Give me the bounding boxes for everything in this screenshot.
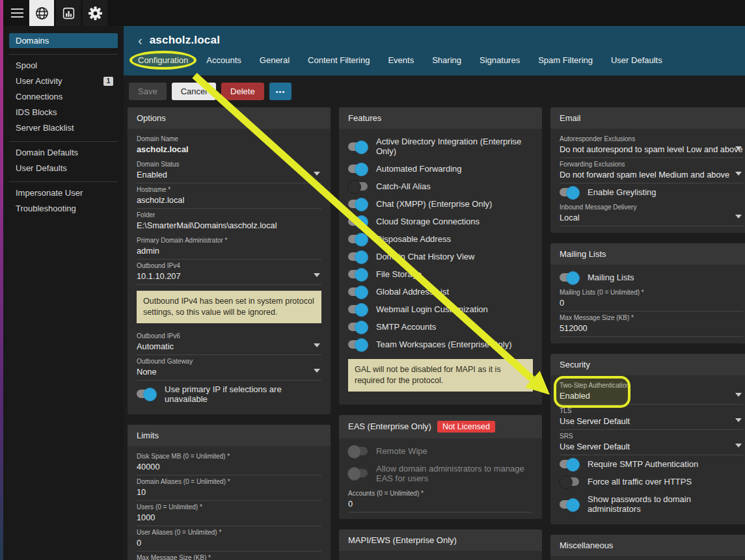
panel-title: EAS (Enterprise Only) [348, 421, 431, 431]
feature-toggle-row: Domain Chat History View [348, 248, 533, 265]
header-tab[interactable]: Signatures [480, 55, 520, 65]
toggle-switch[interactable] [348, 142, 368, 151]
toggle-switch[interactable] [348, 165, 368, 173]
feature-toggle-row: Cloud Storage Connections [348, 213, 533, 230]
menu-icon[interactable] [3, 0, 29, 26]
outbound-ipv6-select[interactable]: Outbound IPv6 Automatic [137, 330, 321, 355]
sidebar-item[interactable]: Domain Defaults [9, 141, 118, 160]
count-badge: 1 [103, 77, 113, 86]
inbound-delivery-select[interactable]: Inbound Message Delivery Local [560, 201, 743, 226]
toggle-switch[interactable] [348, 323, 368, 331]
mapi-ews-panel: MAPI/EWS (Enterprise Only) [339, 529, 542, 560]
bar-chart-icon[interactable] [56, 0, 81, 26]
limits-field[interactable]: Max Message Size (KB) * 102400 [137, 552, 321, 560]
window-edge-stripe [0, 0, 3, 560]
toggle-switch[interactable] [560, 460, 579, 468]
limits-field[interactable]: Disk Space MB (0 = Unlimited) * 40000 [137, 450, 321, 475]
gal-mapi-note: GAL will not be disabled for MAPI as it … [348, 359, 533, 392]
feature-toggle-row: Automated Forwarding [348, 160, 533, 178]
tab-bar: Configuration Accounts General Content F… [138, 55, 745, 65]
sidebar-item[interactable]: Impersonate User [9, 181, 118, 200]
use-primary-ip-toggle-row: Use primary IP if selections are unavail… [137, 380, 321, 408]
sidebar-item[interactable]: Domains [9, 33, 118, 48]
cancel-button[interactable]: Cancel [172, 83, 216, 100]
forwarding-exclusions-select[interactable]: Forwarding Exclusions Do not forward spa… [560, 158, 743, 183]
greylisting-toggle-row: Enable Greylisting [560, 183, 743, 201]
eas-accounts-input[interactable]: Accounts (0 = Unlimited) * 0 [348, 487, 533, 513]
toggle-switch[interactable] [560, 477, 579, 486]
header-tab[interactable]: Content Filtering [308, 55, 370, 65]
panel-title: Features [348, 113, 381, 123]
toggle-switch[interactable] [348, 305, 368, 313]
toggle-switch[interactable] [560, 500, 579, 509]
ipv4-warning-note: Outbound IPv4 has been set in system pro… [137, 291, 321, 323]
sidebar-item[interactable]: User Defaults [9, 161, 118, 176]
header-tab[interactable]: Spam Filtering [538, 55, 593, 65]
sidebar-item[interactable]: Troubleshooting [9, 201, 118, 216]
save-button[interactable]: Save [129, 83, 167, 100]
limits-field[interactable]: User Aliases (0 = Unlimited) * 0 [137, 526, 321, 552]
gear-icon[interactable] [83, 0, 107, 26]
sidebar: Domains Spool User Activity 1 Connection… [3, 26, 124, 560]
toggle-switch[interactable] [137, 390, 156, 398]
header-tab[interactable]: Sharing [432, 55, 461, 65]
header-tab[interactable]: User Defaults [611, 55, 662, 65]
app-topbar [3, 0, 745, 26]
page-title: ascholz.local [150, 34, 220, 47]
toggle-switch[interactable] [348, 447, 368, 455]
tls-select[interactable]: TLS Use Server Default [560, 405, 743, 430]
settings-content: Options Domain Name ascholz.local Domain… [124, 107, 745, 560]
delete-button[interactable]: Delete [221, 83, 264, 100]
bar-chart-icon-glyph [62, 7, 75, 20]
sidebar-item[interactable]: Connections [9, 89, 118, 104]
limits-field[interactable]: Domain Aliases (0 = Unlimited) * 10 [137, 475, 321, 501]
sidebar-item[interactable]: IDS Blocks [9, 105, 118, 120]
toggle-switch[interactable] [348, 340, 368, 349]
mailing-lists-panel: Mailing Lists Mailing Lists Mailing List… [550, 243, 745, 343]
outbound-ipv4-select[interactable]: Outbound IPv4 10.1.10.207 [137, 260, 321, 285]
toggle-switch[interactable] [348, 217, 368, 226]
two-step-auth-select[interactable]: Two-Step Authentication Enabled [560, 379, 743, 405]
toggle-switch[interactable] [348, 270, 368, 278]
feature-toggle-row: Global Address List [348, 283, 533, 300]
main-area: ‹ ascholz.local Configuration Accounts G… [124, 26, 745, 560]
feature-toggle-row: Webmail Login Customization [348, 300, 533, 318]
autoresponder-exclusions-select[interactable]: Autoresponder Exclusions Do not autoresp… [560, 133, 743, 158]
feature-toggle-row: Disposable Address [348, 230, 533, 248]
toggle-switch[interactable] [348, 235, 368, 243]
hostname-input[interactable]: Hostname * ascholz.local [137, 183, 321, 209]
feature-toggle-row: Catch-All Alias [348, 178, 533, 195]
email-panel: Email Autoresponder Exclusions Do not au… [550, 107, 745, 233]
toggle-switch[interactable] [348, 200, 368, 208]
security-toggle-row: Show passwords to domain administrators [560, 490, 743, 518]
header-tab[interactable]: Configuration [138, 55, 188, 65]
domain-status-select[interactable]: Domain Status Enabled [137, 158, 321, 183]
primary-admin-input[interactable]: Primary Domain Administrator * admin [137, 234, 321, 260]
header-tab[interactable]: Events [388, 55, 414, 65]
action-toolbar: Save Cancel Delete ••• [124, 75, 745, 107]
header-tab[interactable]: General [260, 55, 290, 65]
srs-select[interactable]: SRS Use Server Default [560, 430, 743, 455]
toggle-switch[interactable] [560, 188, 579, 196]
header-tab[interactable]: Accounts [206, 55, 241, 65]
back-chevron-icon[interactable]: ‹ [138, 34, 142, 46]
domain-name-field: Domain Name ascholz.local [137, 133, 321, 158]
mailing-lists-count-input[interactable]: Mailing Lists (0 = Unlimited) * 0 [560, 286, 743, 312]
toggle-switch[interactable] [560, 273, 579, 282]
toggle-switch[interactable] [348, 287, 368, 296]
globe-icon[interactable] [29, 0, 54, 26]
more-actions-button[interactable]: ••• [269, 83, 292, 100]
sidebar-item[interactable]: Server Blacklist [9, 120, 118, 135]
toggle-switch[interactable] [348, 469, 368, 477]
sidebar-item[interactable]: User Activity 1 [9, 73, 118, 88]
gear-icon-glyph [88, 6, 103, 21]
toggle-switch[interactable] [348, 252, 368, 261]
mailing-max-size-input[interactable]: Max Message Size (KB) * 512000 [560, 312, 743, 337]
miscellaneous-panel: Miscellaneous [550, 535, 745, 560]
sidebar-item[interactable]: Spool [9, 54, 118, 73]
limits-field[interactable]: Users (0 = Unlimited) * 1000 [137, 501, 321, 526]
panel-title: Mailing Lists [560, 249, 606, 259]
toggle-switch[interactable] [348, 182, 368, 191]
eas-panel: EAS (Enterprise Only) Not Licensed Remot… [339, 415, 542, 519]
outbound-gateway-select[interactable]: Outbound Gateway None [137, 355, 321, 380]
